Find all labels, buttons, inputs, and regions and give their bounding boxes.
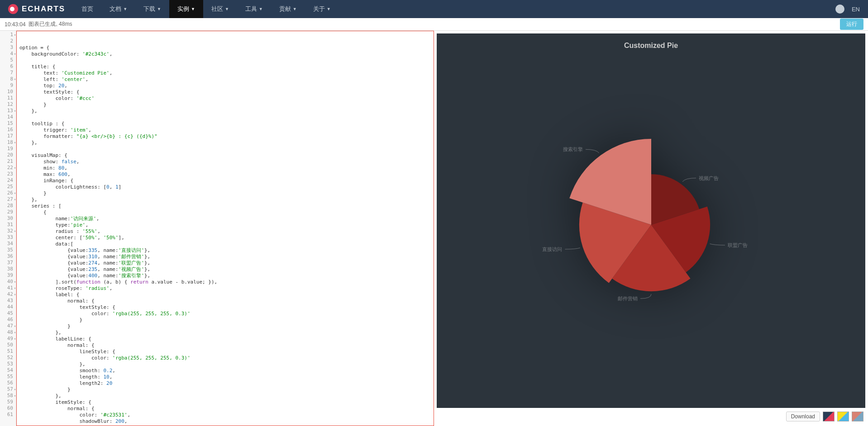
line-gutter: 1234567891011121314151617181920212223242… <box>0 31 16 426</box>
code-editor[interactable]: option = { backgroundColor: '#2c343c', t… <box>16 31 434 426</box>
nav-contribute[interactable]: 贡献▼ <box>271 0 305 18</box>
code-editor-panel: 1234567891011121314151617181920212223242… <box>0 31 434 426</box>
brand-text: ECHARTS <box>22 5 65 14</box>
main-split: 1234567891011121314151617181920212223242… <box>0 31 868 426</box>
nav-home[interactable]: 首页 <box>73 0 101 18</box>
lang-switch[interactable]: EN <box>852 6 860 13</box>
pie-label: 邮件营销 <box>618 296 638 301</box>
download-button[interactable]: Download <box>786 412 820 421</box>
pie-label: 联盟广告 <box>727 242 747 248</box>
status-bar: 10:43:04 图表已生成, 48ms 运行 <box>0 18 868 31</box>
pie-chart: 视频广告联盟广告邮件营销直接访问搜索引擎 <box>534 107 769 344</box>
nav-items: 首页 文档▼ 下载▼ 实例▼ 社区▼ 工具▼ 贡献▼ 关于▼ <box>73 0 339 18</box>
nav-tools[interactable]: 工具▼ <box>237 0 271 18</box>
echarts-logo-icon <box>8 4 18 14</box>
preview-toolbar: Download <box>437 410 865 423</box>
github-icon[interactable] <box>835 5 844 14</box>
top-navbar: ECHARTS 首页 文档▼ 下载▼ 实例▼ 社区▼ 工具▼ 贡献▼ 关于▼ E… <box>0 0 868 18</box>
chevron-down-icon: ▼ <box>123 7 127 11</box>
code-content: option = { backgroundColor: '#2c343c', t… <box>19 45 431 426</box>
theme-swatch-yellow[interactable] <box>837 412 849 421</box>
status-time: 10:43:04 <box>5 21 26 28</box>
chevron-down-icon: ▼ <box>293 7 297 11</box>
chevron-down-icon: ▼ <box>157 7 161 11</box>
chevron-down-icon: ▼ <box>225 7 229 11</box>
chart-title: Customized Pie <box>624 42 678 50</box>
pie-label: 直接访问 <box>542 246 562 252</box>
chart-canvas[interactable]: Customized Pie 视频广告联盟广告邮件营销直接访问搜索引擎 <box>437 33 865 408</box>
nav-about[interactable]: 关于▼ <box>305 0 339 18</box>
theme-swatch-dark[interactable] <box>823 412 835 421</box>
run-button[interactable]: 运行 <box>840 19 863 30</box>
nav-examples[interactable]: 实例▼ <box>169 0 203 18</box>
brand-logo[interactable]: ECHARTS <box>0 4 73 14</box>
nav-right: EN <box>835 5 868 14</box>
nav-download[interactable]: 下载▼ <box>135 0 169 18</box>
nav-community[interactable]: 社区▼ <box>203 0 237 18</box>
chevron-down-icon: ▼ <box>259 7 263 11</box>
pie-label: 搜索引擎 <box>563 147 582 152</box>
chevron-down-icon: ▼ <box>191 7 195 11</box>
pie-label: 视频广告 <box>699 175 719 181</box>
nav-docs[interactable]: 文档▼ <box>101 0 135 18</box>
chart-preview-panel: Customized Pie 视频广告联盟广告邮件营销直接访问搜索引擎 Down… <box>434 31 868 426</box>
theme-swatch-pastel[interactable] <box>852 412 863 421</box>
status-message: 图表已生成, 48ms <box>29 20 72 28</box>
chevron-down-icon: ▼ <box>327 7 331 11</box>
